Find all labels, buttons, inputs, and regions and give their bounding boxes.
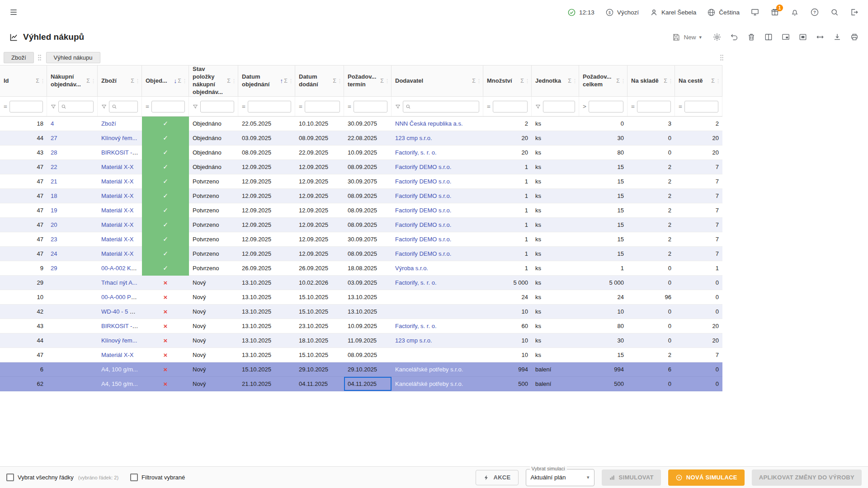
- table-row[interactable]: 47Materiál X-X×Nový13.10.202515.10.20250…: [0, 348, 722, 362]
- ordered-check-icon[interactable]: ✓: [142, 203, 189, 218]
- cell-po[interactable]: 22: [47, 160, 98, 174]
- cell-datum_obj[interactable]: 13.10.2025: [238, 348, 295, 362]
- cell-dodavatel[interactable]: [392, 348, 483, 362]
- aggregate-sigma-icon[interactable]: Σ: [711, 78, 715, 84]
- po-link[interactable]: 28: [51, 149, 57, 156]
- export-button[interactable]: [833, 33, 842, 42]
- cell-datum_obj[interactable]: 08.09.2025: [238, 145, 295, 160]
- ordered-check-icon[interactable]: ✓: [142, 247, 189, 261]
- column-drag-handle-icon[interactable]: ⋮: [182, 78, 187, 84]
- filter-input-zbozi[interactable]: [109, 101, 138, 113]
- filter-input-mnozstvi[interactable]: [493, 101, 528, 113]
- po-link[interactable]: 19: [51, 207, 57, 214]
- cell-dodavatel[interactable]: Factorify, s. r. o.: [392, 145, 483, 160]
- cell-po[interactable]: 23: [47, 232, 98, 247]
- dodavatel-link[interactable]: 123 cmp s.r.o.: [395, 337, 432, 344]
- cell-datum_obj[interactable]: 13.10.2025: [238, 276, 295, 290]
- cell-datum_dod[interactable]: 10.02.2026: [295, 276, 344, 290]
- cell-dodavatel[interactable]: Factorify DEMO s.r.o.: [392, 203, 483, 218]
- column-drag-handle-icon[interactable]: ⋮: [91, 78, 96, 84]
- zbozi-link[interactable]: Trhací nýt A...: [101, 279, 137, 286]
- po-link[interactable]: 18: [51, 192, 57, 199]
- print-button[interactable]: [850, 33, 859, 42]
- cell-na_ceste[interactable]: 20: [675, 319, 722, 333]
- zbozi-link[interactable]: 00-A-000 Po...: [101, 294, 139, 300]
- cell-mnozstvi[interactable]: 20: [483, 145, 532, 160]
- column-header-na_sklade[interactable]: Na skladěΣ⋮: [627, 66, 675, 96]
- cell-dodavatel[interactable]: Factorify DEMO s.r.o.: [392, 189, 483, 203]
- aggregate-sigma-icon[interactable]: Σ: [380, 78, 384, 84]
- cell-mnozstvi[interactable]: 1: [483, 203, 532, 218]
- cell-dodavatel[interactable]: [392, 305, 483, 319]
- filter-input-po[interactable]: [58, 101, 94, 113]
- cell-id[interactable]: 43: [0, 145, 47, 160]
- cell-pozadov_celkem[interactable]: 10: [579, 305, 627, 319]
- dodavatel-link[interactable]: Výroba s.r.o.: [395, 265, 428, 272]
- table-row[interactable]: 4723Materiál X-X✓Potvrzeno12.09.202512.0…: [0, 232, 722, 247]
- cell-stav[interactable]: Potvrzeno: [189, 247, 238, 261]
- funnel-filter-icon[interactable]: [395, 104, 401, 109]
- cell-datum_dod[interactable]: 15.10.2025: [295, 290, 344, 305]
- aggregate-sigma-icon[interactable]: Σ: [568, 78, 571, 84]
- cell-mnozstvi[interactable]: 5 000: [483, 276, 532, 290]
- cell-mnozstvi[interactable]: 1: [483, 247, 532, 261]
- cell-datum_obj[interactable]: 12.09.2025: [238, 203, 295, 218]
- cell-jednotka[interactable]: ks: [532, 276, 579, 290]
- cell-na_sklade[interactable]: 6: [627, 362, 675, 377]
- po-link[interactable]: 27: [51, 135, 57, 141]
- cell-stav[interactable]: Potvrzeno: [189, 232, 238, 247]
- cell-zbozi[interactable]: A4, 100 g/m...: [98, 362, 142, 377]
- cell-dodavatel[interactable]: Factorify, s. r. o.: [392, 276, 483, 290]
- notifications-button[interactable]: [790, 8, 799, 17]
- column-header-datum_obj[interactable]: Datum objednání↑Σ⋮: [238, 66, 295, 96]
- filter-input-datum_obj[interactable]: [248, 101, 291, 113]
- cell-na_sklade[interactable]: 3: [627, 117, 675, 131]
- cell-na_sklade[interactable]: 2: [627, 174, 675, 189]
- zbozi-link[interactable]: Materiál X-X: [101, 192, 134, 199]
- cell-na_sklade[interactable]: 0: [627, 276, 675, 290]
- cell-dodavatel[interactable]: Factorify DEMO s.r.o.: [392, 218, 483, 232]
- cell-na_ceste[interactable]: 7: [675, 348, 722, 362]
- cell-stav[interactable]: Nový: [189, 333, 238, 348]
- aggregate-sigma-icon[interactable]: Σ: [131, 78, 134, 84]
- funnel-filter-icon[interactable]: [51, 104, 56, 109]
- cell-zbozi[interactable]: 00-A-000 Po...: [98, 290, 142, 305]
- cell-objed[interactable]: ×: [142, 362, 189, 377]
- cell-id[interactable]: 47: [0, 247, 47, 261]
- dodavatel-link[interactable]: Factorify, s. r. o.: [395, 279, 437, 286]
- column-drag-handle-icon[interactable]: ⋮: [668, 78, 673, 84]
- cell-jednotka[interactable]: ks: [532, 174, 579, 189]
- cell-jednotka[interactable]: ks: [532, 348, 579, 362]
- ordered-check-icon[interactable]: ✓: [142, 174, 189, 189]
- cell-po[interactable]: [47, 362, 98, 377]
- aggregate-sigma-icon[interactable]: Σ: [284, 78, 288, 84]
- cell-po[interactable]: [47, 319, 98, 333]
- column-header-stav[interactable]: Stav položky nákupní objednáv...Σ⋮: [189, 66, 238, 96]
- cell-na_ceste[interactable]: 2: [675, 117, 722, 131]
- cell-pozadov_termin[interactable]: 04.11.2025: [344, 377, 392, 391]
- cell-datum_obj[interactable]: 13.10.2025: [238, 333, 295, 348]
- cell-jednotka[interactable]: balení: [532, 377, 579, 391]
- table-row[interactable]: 6A4, 100 g/m...×Nový15.10.202529.10.2025…: [0, 362, 722, 377]
- user-menu[interactable]: Karel Šebela: [650, 8, 696, 17]
- aggregate-sigma-icon[interactable]: Σ: [178, 78, 181, 84]
- cell-pozadov_celkem[interactable]: 80: [579, 145, 627, 160]
- cell-na_sklade[interactable]: 2: [627, 203, 675, 218]
- cell-na_sklade[interactable]: 2: [627, 232, 675, 247]
- cell-pozadov_termin[interactable]: 08.09.2025: [344, 160, 392, 174]
- cell-stav[interactable]: Objednáno: [189, 117, 238, 131]
- cell-na_ceste[interactable]: 1: [675, 261, 722, 276]
- actions-button[interactable]: AKCE: [476, 470, 518, 485]
- cell-datum_dod[interactable]: 22.09.2025: [295, 145, 344, 160]
- cell-dodavatel[interactable]: Factorify DEMO s.r.o.: [392, 160, 483, 174]
- whats-new-button[interactable]: 1: [770, 8, 779, 17]
- layout-button[interactable]: [781, 33, 790, 42]
- cell-pozadov_celkem[interactable]: 15: [579, 174, 627, 189]
- cell-na_ceste[interactable]: 7: [675, 174, 722, 189]
- column-header-datum_dod[interactable]: Datum dodáníΣ⋮: [295, 66, 344, 96]
- zbozi-link[interactable]: Zboží: [101, 120, 116, 127]
- column-header-dodavatel[interactable]: DodavatelΣ⋮: [392, 66, 483, 96]
- table-row[interactable]: 4722Materiál X-X✓Objednáno12.09.202512.0…: [0, 160, 722, 174]
- cell-datum_dod[interactable]: 04.11.2025: [295, 377, 344, 391]
- cell-jednotka[interactable]: ks: [532, 290, 579, 305]
